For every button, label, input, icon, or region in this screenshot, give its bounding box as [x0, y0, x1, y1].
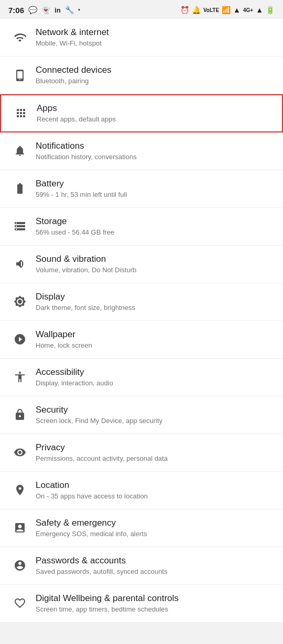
status-left: 7:06 💬 👻 in 🔧 ·: [8, 5, 81, 16]
connected-title: Connected devices: [36, 64, 275, 76]
battery-text: Battery 59% - 1 hr, 53 min left until fu…: [36, 178, 275, 199]
sound-text: Sound & vibration Volume, vibration, Do …: [36, 253, 275, 275]
devices-icon: [8, 69, 31, 82]
safety-text: Safety & emergency Emergency SOS, medica…: [36, 517, 275, 539]
accessibility-text: Accessibility Display, interaction, audi…: [36, 367, 275, 388]
wallpaper-title: Wallpaper: [36, 329, 275, 340]
storage-icon: [8, 220, 31, 232]
storage-subtitle: 56% used - 56.44 GB free: [36, 228, 275, 237]
location-text: Location On - 35 apps have access to loc…: [36, 480, 275, 501]
whatsapp-icon: 💬: [28, 6, 37, 14]
settings-item-battery[interactable]: Battery 59% - 1 hr, 53 min left until fu…: [0, 170, 283, 208]
sound-subtitle: Volume, vibration, Do Not Disturb: [36, 266, 275, 275]
volte-icon: VoLTE: [203, 7, 219, 13]
settings-item-wallpaper[interactable]: Wallpaper Home, lock screen: [0, 321, 283, 359]
security-icon: [8, 408, 31, 421]
volume-icon: 🔔: [192, 6, 201, 14]
settings-item-apps[interactable]: Apps Recent apps, default apps: [0, 94, 283, 132]
wallpaper-icon: [8, 333, 31, 346]
settings-list: Network & internet Mobile, Wi-Fi, hotspo…: [0, 19, 283, 623]
battery-icon: [8, 182, 31, 195]
apps-subtitle: Recent apps, default apps: [37, 115, 274, 124]
privacy-text: Privacy Permissions, account activity, p…: [36, 442, 275, 463]
signal2-icon: ▲: [256, 6, 263, 14]
wifi-icon: [8, 31, 31, 44]
security-title: Security: [36, 404, 275, 416]
storage-title: Storage: [36, 216, 275, 227]
settings-item-notifications[interactable]: Notifications Notification history, conv…: [0, 132, 283, 170]
alarm-icon: ⏰: [180, 6, 189, 14]
settings-item-location[interactable]: Location On - 35 apps have access to loc…: [0, 472, 283, 509]
dot-icon: ·: [78, 5, 81, 16]
security-text: Security Screen lock, Find My Device, ap…: [36, 404, 275, 426]
settings-item-network[interactable]: Network & internet Mobile, Wi-Fi, hotspo…: [0, 19, 283, 57]
passwords-icon: [8, 559, 31, 572]
network-subtitle: Mobile, Wi-Fi, hotspot: [36, 39, 275, 48]
wellbeing-subtitle: Screen time, app timers, bedtime schedul…: [36, 605, 275, 614]
signal-icon: ▲: [233, 6, 241, 14]
battery-subtitle: 59% - 1 hr, 53 min left until full: [36, 191, 275, 199]
passwords-text: Passwords & accounts Saved passwords, au…: [36, 555, 275, 576]
wellbeing-text: Digital Wellbeing & parental controls Sc…: [36, 593, 275, 614]
safety-icon: [8, 521, 31, 534]
location-title: Location: [36, 480, 275, 491]
settings-item-wellbeing[interactable]: Digital Wellbeing & parental controls Sc…: [0, 585, 283, 623]
hotspot-icon: 📶: [222, 6, 231, 14]
connected-subtitle: Bluetooth, pairing: [36, 77, 275, 86]
privacy-title: Privacy: [36, 442, 275, 453]
settings-item-display[interactable]: Display Dark theme, font size, brightnes…: [0, 283, 283, 321]
storage-text: Storage 56% used - 56.44 GB free: [36, 216, 275, 237]
apps-title: Apps: [37, 103, 274, 114]
passwords-title: Passwords & accounts: [36, 555, 275, 567]
wellbeing-icon: [8, 597, 31, 609]
connected-text: Connected devices Bluetooth, pairing: [36, 64, 275, 86]
battery-title: Battery: [36, 178, 275, 190]
status-right: ⏰ 🔔 VoLTE 📶 ▲ 4G+ ▲ 🔋: [180, 6, 275, 14]
safety-subtitle: Emergency SOS, medical info, alerts: [36, 530, 275, 539]
display-subtitle: Dark theme, font size, brightness: [36, 304, 275, 313]
accessibility-title: Accessibility: [36, 367, 275, 378]
settings-item-sound[interactable]: Sound & vibration Volume, vibration, Do …: [0, 246, 283, 283]
sound-icon: [8, 258, 31, 270]
status-bar: 7:06 💬 👻 in 🔧 · ⏰ 🔔 VoLTE 📶 ▲ 4G+ ▲ 🔋: [0, 0, 283, 19]
settings-item-accessibility[interactable]: Accessibility Display, interaction, audi…: [0, 359, 283, 396]
sound-title: Sound & vibration: [36, 253, 275, 265]
linkedin-icon: in: [55, 6, 61, 14]
settings-item-connected-devices[interactable]: Connected devices Bluetooth, pairing: [0, 57, 283, 94]
wellbeing-title: Digital Wellbeing & parental controls: [36, 593, 275, 604]
notifications-title: Notifications: [36, 140, 275, 152]
network-title: Network & internet: [36, 27, 275, 38]
notifications-text: Notifications Notification history, conv…: [36, 140, 275, 162]
notifications-subtitle: Notification history, conversations: [36, 153, 275, 162]
battery-status-icon: 🔋: [266, 6, 275, 14]
safety-title: Safety & emergency: [36, 517, 275, 529]
settings-item-safety[interactable]: Safety & emergency Emergency SOS, medica…: [0, 509, 283, 547]
location-subtitle: On - 35 apps have access to location: [36, 492, 275, 501]
security-subtitle: Screen lock, Find My Device, app securit…: [36, 417, 275, 426]
accessibility-icon: [8, 371, 31, 383]
privacy-icon: [8, 446, 31, 459]
display-text: Display Dark theme, font size, brightnes…: [36, 291, 275, 313]
privacy-subtitle: Permissions, account activity, personal …: [36, 454, 275, 463]
wallpaper-text: Wallpaper Home, lock screen: [36, 329, 275, 350]
apps-text: Apps Recent apps, default apps: [37, 103, 274, 124]
status-time: 7:06: [8, 6, 24, 15]
network-type-icon: 4G+: [243, 7, 253, 13]
tools-icon: 🔧: [65, 6, 74, 14]
passwords-subtitle: Saved passwords, autofill, synced accoun…: [36, 568, 275, 576]
network-text: Network & internet Mobile, Wi-Fi, hotspo…: [36, 27, 275, 48]
display-icon: [8, 295, 31, 308]
settings-item-privacy[interactable]: Privacy Permissions, account activity, p…: [0, 434, 283, 472]
display-title: Display: [36, 291, 275, 303]
apps-icon: [9, 107, 32, 119]
wallpaper-subtitle: Home, lock screen: [36, 341, 275, 350]
settings-item-storage[interactable]: Storage 56% used - 56.44 GB free: [0, 208, 283, 246]
snapchat-icon: 👻: [41, 6, 50, 14]
notifications-icon: [8, 145, 31, 157]
settings-item-security[interactable]: Security Screen lock, Find My Device, ap…: [0, 396, 283, 434]
location-icon: [8, 484, 31, 496]
accessibility-subtitle: Display, interaction, audio: [36, 379, 275, 388]
settings-item-passwords[interactable]: Passwords & accounts Saved passwords, au…: [0, 547, 283, 585]
